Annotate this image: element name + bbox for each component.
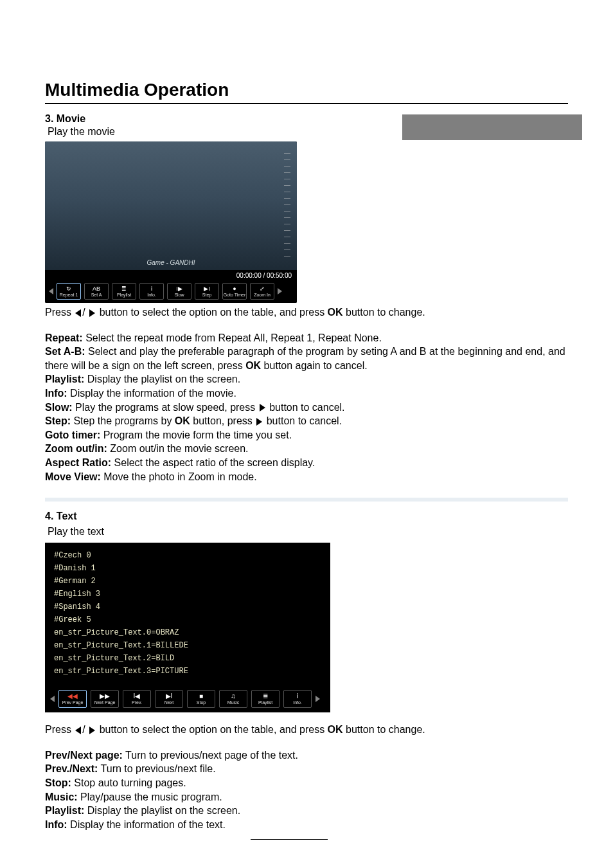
playlist-label: Playlist <box>117 293 131 297</box>
slow-key: Slow: <box>45 402 73 413</box>
text-line: #Czech 0 <box>45 549 330 562</box>
repeat-key: Repeat: <box>45 332 83 343</box>
slow-icon: I▶ <box>176 285 182 292</box>
next-page-label: Next Page <box>94 700 116 705</box>
playlist-val: Display the playlist on the screen. <box>84 374 240 384</box>
step-icon: ▶I <box>204 285 210 292</box>
movie-video-area: Game - GANDHI <box>45 141 297 270</box>
left-arrow-icon[interactable] <box>50 696 55 702</box>
step-key: Step: <box>45 415 71 426</box>
setab-val2: button again to cancel. <box>261 360 367 371</box>
info-key: Info: <box>45 388 67 399</box>
text-line: #Spanish 4 <box>45 601 330 613</box>
next-page-icon: ▶▶ <box>100 693 110 700</box>
setab-ok: OK <box>245 360 261 371</box>
info-icon: i <box>297 693 298 700</box>
info-val: Display the information of the movie. <box>67 388 236 399</box>
header-grey-bar <box>402 114 582 140</box>
text-press-3: button to change. <box>346 724 425 735</box>
music-label: Music <box>227 700 239 705</box>
prev-file-button[interactable]: I◀Prev. <box>123 690 151 708</box>
step-ok: OK <box>175 415 190 426</box>
step-label: Step <box>202 293 211 297</box>
playlist-button[interactable]: ≣Playlist <box>251 690 280 708</box>
move-val: Move the photo in Zoom in mode. <box>101 471 257 482</box>
text-viewer: #Czech 0 #Danish 1 #German 2 #English 3 … <box>45 543 330 712</box>
repeat-button[interactable]: ↻Repeat 1 <box>57 283 81 300</box>
next-file-button[interactable]: ▶INext <box>155 690 183 708</box>
text-line: en_str_Picture_Text.1=BILLEDE <box>45 639 330 652</box>
move-key: Move View: <box>45 471 101 482</box>
stop-icon: ■ <box>199 693 203 700</box>
prev-page-icon: ◀◀ <box>67 693 78 700</box>
set-a-button[interactable]: ABSet A <box>84 283 109 300</box>
zoom-in-button[interactable]: ⤢Zoom In <box>250 283 274 300</box>
pn-key: Prev/Next page: <box>45 750 123 761</box>
play-arrow-icon <box>260 404 265 411</box>
repeat-icon: ↻ <box>66 285 72 292</box>
playlist-icon: ≣ <box>263 693 268 700</box>
text-press-ok: OK <box>328 724 343 735</box>
text-line: #Danish 1 <box>45 562 330 575</box>
play-arrow-icon <box>256 418 262 426</box>
stop-label: Stop <box>197 700 206 705</box>
movie-press-ok: OK <box>328 307 343 318</box>
stop-val: Stop auto turning pages. <box>71 777 186 788</box>
aspect-val: Select the aspect ratio of the screen di… <box>111 457 315 468</box>
movie-toolbar: ↻Repeat 1 ABSet A ≣Playlist iInfo. I▶Slo… <box>45 281 297 303</box>
movie-video-title: Game - GANDHI <box>45 259 297 266</box>
right-arrow-icon[interactable] <box>278 288 282 294</box>
text-line: #English 3 <box>45 588 330 601</box>
left-arrow-icon[interactable] <box>49 288 53 294</box>
section-divider <box>45 498 568 502</box>
playlist-button[interactable]: ≣Playlist <box>112 283 136 300</box>
music-button[interactable]: ♫Music <box>219 690 247 708</box>
slow-button[interactable]: I▶Slow <box>167 283 191 300</box>
prev-page-button[interactable]: ◀◀Prev Page <box>58 690 87 708</box>
stop-button[interactable]: ■Stop <box>187 690 215 708</box>
repeat-val: Select the repeat mode from Repeat All, … <box>83 332 382 343</box>
music-icon: ♫ <box>231 693 236 700</box>
text-heading: 4. Text <box>45 511 568 522</box>
right-arrow-icon[interactable] <box>315 696 320 702</box>
prev-file-icon: I◀ <box>134 693 141 700</box>
set-a-icon: AB <box>93 285 100 292</box>
title-underline <box>45 103 568 104</box>
left-arrow-icon <box>75 309 81 317</box>
left-arrow-icon <box>75 727 81 734</box>
prev-page-label: Prev Page <box>62 700 84 705</box>
pl-key: Playlist: <box>45 805 84 816</box>
page-title: Multimedia Operation <box>45 80 568 103</box>
info-button[interactable]: iInfo. <box>139 283 164 300</box>
text-subheading: Play the text <box>48 526 568 538</box>
music-val: Play/pause the music program. <box>78 791 222 802</box>
tinfo-key: Info: <box>45 819 67 830</box>
playlist-key: Playlist: <box>45 374 84 384</box>
set-a-label: Set A <box>91 293 102 297</box>
goto-timer-button[interactable]: ●Goto Timer <box>222 283 247 300</box>
repeat-label: Repeat 1 <box>60 293 78 297</box>
movie-player: Game - GANDHI 00:00:00 / 00:50:00 ↻Repea… <box>45 141 297 303</box>
pl-val: Display the playlist on the screen. <box>84 805 240 816</box>
right-arrow-icon <box>89 309 95 317</box>
text-line: en_str_Picture_Text.2=BILD <box>45 652 330 665</box>
goto-timer-icon: ● <box>231 285 238 292</box>
info-label: Info. <box>147 293 156 297</box>
zoom-in-icon: ⤢ <box>259 285 265 292</box>
next-page-button[interactable]: ▶▶Next Page <box>91 690 119 708</box>
goto-timer-label: Goto Timer <box>224 293 246 297</box>
setab-key: Set A-B: <box>45 346 85 357</box>
step-val: Step the programs by <box>71 415 175 426</box>
pnf-val: Turn to previous/next file. <box>98 763 215 774</box>
prev-file-label: Prev. <box>132 700 142 705</box>
info-icon: i <box>148 285 155 292</box>
text-press-2: button to select the option on the table… <box>100 724 328 735</box>
right-arrow-icon <box>89 727 95 734</box>
music-key: Music: <box>45 791 78 802</box>
info-button[interactable]: iInfo. <box>283 690 312 708</box>
step-val2: button, press <box>190 415 255 426</box>
step-button[interactable]: ▶IStep <box>195 283 219 300</box>
text-toolbar: ◀◀Prev Page ▶▶Next Page I◀Prev. ▶INext ■… <box>45 687 330 712</box>
zoom-key: Zoom out/in: <box>45 443 107 454</box>
zoom-in-label: Zoom In <box>254 293 271 297</box>
